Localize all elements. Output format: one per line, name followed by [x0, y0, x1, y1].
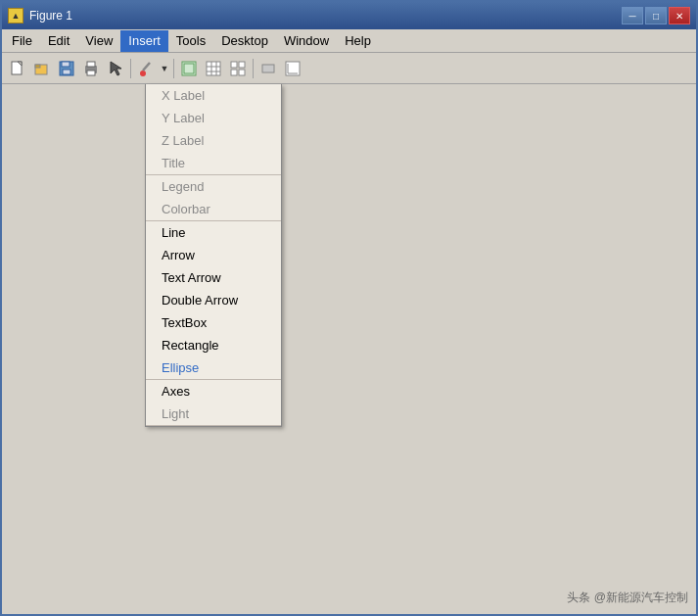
menu-item-light[interactable]: Light: [146, 403, 281, 425]
title-buttons: ─ □ ✕: [622, 7, 690, 24]
save-button[interactable]: [55, 57, 78, 80]
menu-item-text-arrow[interactable]: Text Arrow: [146, 266, 281, 289]
menu-item-textbox[interactable]: TextBox: [146, 311, 281, 334]
main-area: X Label Y Label Z Label Title Legend Col…: [2, 84, 696, 614]
rect-button[interactable]: [256, 57, 280, 80]
minimize-button[interactable]: ─: [622, 7, 643, 24]
separator-1: [130, 59, 131, 78]
menu-insert[interactable]: Insert: [120, 30, 168, 52]
menu-item-line[interactable]: Line: [146, 221, 281, 244]
toolbar: ▼: [2, 53, 696, 84]
menu-item-arrow[interactable]: Arrow: [146, 244, 281, 266]
menu-edit[interactable]: Edit: [40, 30, 77, 52]
separator-3: [253, 59, 254, 78]
window-title: Figure 1: [29, 9, 72, 23]
menu-item-rectangle[interactable]: Rectangle: [146, 334, 281, 356]
svg-marker-11: [111, 62, 121, 75]
separator-2: [173, 59, 174, 78]
menu-item-ellipse[interactable]: Ellipse: [146, 356, 281, 379]
axes-icon-button[interactable]: [281, 57, 304, 80]
svg-point-12: [140, 71, 146, 76]
menu-item-axes[interactable]: Axes: [146, 380, 281, 403]
menu-item-ylabel[interactable]: Y Label: [146, 107, 281, 129]
copy-figure-button[interactable]: [177, 57, 201, 80]
menu-desktop[interactable]: Desktop: [213, 30, 276, 52]
svg-rect-4: [35, 65, 40, 68]
grid2-button[interactable]: [226, 57, 250, 80]
menu-view[interactable]: View: [77, 30, 120, 52]
axes-light-section: Axes Light: [146, 380, 281, 426]
svg-rect-10: [87, 71, 95, 75]
close-button[interactable]: ✕: [669, 7, 690, 24]
grid1-button[interactable]: [202, 57, 225, 80]
svg-rect-25: [262, 65, 274, 72]
title-bar: ▲ Figure 1 ─ □ ✕: [2, 2, 696, 29]
svg-rect-6: [62, 62, 70, 67]
maximize-button[interactable]: □: [645, 7, 667, 24]
menu-item-xlabel[interactable]: X Label: [146, 84, 281, 107]
open-button[interactable]: [30, 57, 54, 80]
svg-rect-22: [239, 62, 245, 68]
svg-line-13: [143, 63, 150, 71]
title-bar-left: ▲ Figure 1: [8, 8, 72, 24]
window-icon: ▲: [8, 8, 23, 24]
menu-file[interactable]: File: [4, 30, 40, 52]
svg-rect-24: [239, 70, 245, 75]
print-button[interactable]: [79, 57, 103, 80]
menu-item-legend[interactable]: Legend: [146, 175, 281, 198]
dropdown-arrow-button[interactable]: ▼: [159, 57, 170, 80]
svg-rect-16: [207, 62, 220, 75]
menu-item-title[interactable]: Title: [146, 152, 281, 174]
menu-item-colorbar[interactable]: Colorbar: [146, 198, 281, 220]
main-window: ▲ Figure 1 ─ □ ✕ File Edit View Insert T…: [0, 0, 698, 616]
svg-rect-21: [231, 62, 237, 68]
legend-section: Legend Colorbar: [146, 175, 281, 221]
menu-window[interactable]: Window: [276, 30, 337, 52]
pointer-button[interactable]: [104, 57, 127, 80]
paintbrush-button[interactable]: [134, 57, 158, 80]
labels-section: X Label Y Label Z Label Title: [146, 84, 281, 175]
menu-help[interactable]: Help: [337, 30, 379, 52]
svg-rect-7: [63, 70, 70, 74]
svg-rect-9: [87, 62, 95, 67]
new-button[interactable]: [6, 57, 29, 80]
insert-dropdown-menu: X Label Y Label Z Label Title Legend Col…: [145, 84, 282, 427]
menu-tools[interactable]: Tools: [168, 30, 213, 52]
menu-bar: File Edit View Insert Tools Desktop Wind…: [2, 29, 696, 53]
menu-item-double-arrow[interactable]: Double Arrow: [146, 289, 281, 311]
shapes-section: Line Arrow Text Arrow Double Arrow TextB…: [146, 221, 281, 380]
watermark: 头条 @新能源汽车控制: [567, 590, 688, 606]
menu-item-zlabel[interactable]: Z Label: [146, 129, 281, 152]
svg-rect-23: [231, 70, 237, 75]
